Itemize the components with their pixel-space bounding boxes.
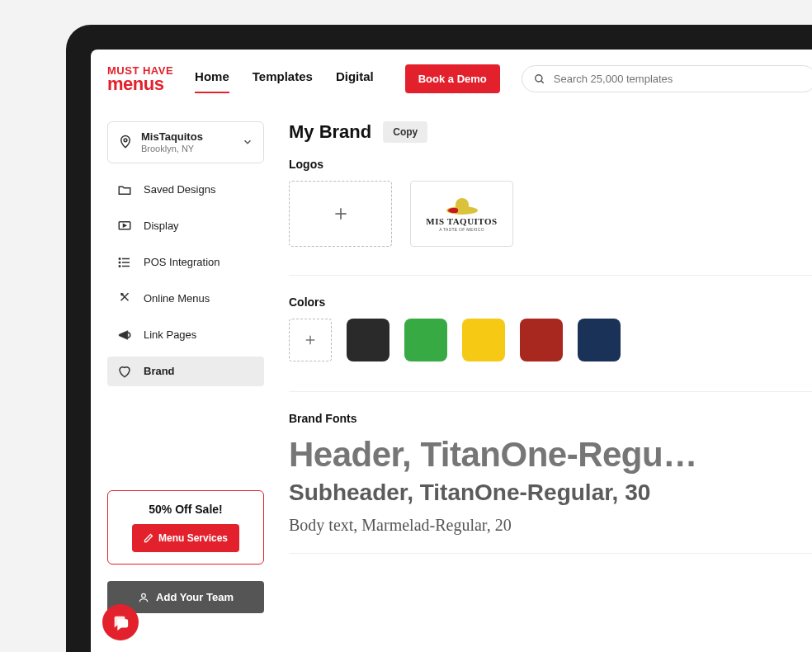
color-swatch-2[interactable] <box>404 319 447 361</box>
logo-thumbnail[interactable]: MIS TAQUITOS A TASTE OF MEXICO <box>410 181 513 247</box>
nav-links: Home Templates Digital <box>195 64 374 93</box>
sidebar-item-saved-designs[interactable]: Saved Designs <box>107 175 264 205</box>
add-logo-button[interactable] <box>289 181 392 247</box>
pencil-icon <box>144 533 153 543</box>
app-logo[interactable]: MUST HAVE menus <box>107 65 173 93</box>
color-swatch-3[interactable] <box>462 319 505 361</box>
logo-line2: menus <box>107 75 173 93</box>
app-screen: MUST HAVE menus Home Templates Digital B… <box>91 50 812 652</box>
device-frame: MUST HAVE menus Home Templates Digital B… <box>66 25 812 652</box>
promo-box: 50% Off Sale! Menu Services <box>107 490 264 565</box>
chat-fab[interactable] <box>102 604 139 640</box>
location-pin-icon <box>118 135 133 149</box>
sidebar-item-link-pages[interactable]: Link Pages <box>107 320 264 350</box>
colors-row <box>289 319 812 361</box>
chat-icon <box>111 613 130 631</box>
plus-icon <box>333 206 349 222</box>
display-icon <box>117 219 132 234</box>
copy-button[interactable]: Copy <box>383 121 427 143</box>
nav-templates[interactable]: Templates <box>253 64 313 93</box>
sidebar: MisTaquitos Brooklyn, NY Saved Designs D… <box>107 121 264 652</box>
menu-services-button[interactable]: Menu Services <box>132 524 239 552</box>
top-nav: MUST HAVE menus Home Templates Digital B… <box>91 50 812 105</box>
sidebar-item-online-menus[interactable]: Online Menus <box>107 284 264 314</box>
sidebar-item-display[interactable]: Display <box>107 211 264 241</box>
sidebar-item-label: Link Pages <box>144 328 196 341</box>
sidebar-item-label: Online Menus <box>144 292 210 305</box>
svg-point-8 <box>119 258 120 260</box>
location-sub: Brooklyn, NY <box>141 144 234 154</box>
logos-row: MIS TAQUITOS A TASTE OF MEXICO <box>289 181 812 247</box>
color-swatch-1[interactable] <box>347 319 389 361</box>
svg-marker-4 <box>124 224 126 227</box>
font-sample-subheader[interactable]: Subheader, TitanOne-Regular, 30 <box>289 480 812 506</box>
svg-point-11 <box>142 593 146 598</box>
svg-point-0 <box>536 74 542 81</box>
font-sample-body[interactable]: Body text, Marmelad-Regular, 20 <box>289 516 812 535</box>
sombrero-icon <box>446 196 478 215</box>
section-fonts-label: Brand Fonts <box>289 412 812 425</box>
svg-point-2 <box>124 139 127 142</box>
sidebar-item-pos-integration[interactable]: POS Integration <box>107 248 264 277</box>
promo-title: 50% Off Sale! <box>120 503 252 516</box>
sidebar-item-brand[interactable]: Brand <box>107 357 264 386</box>
add-color-button[interactable] <box>289 319 332 361</box>
promo-button-label: Menu Services <box>158 532 228 544</box>
plus-icon <box>304 333 317 347</box>
page-title: My Brand <box>289 121 371 143</box>
megaphone-icon <box>117 328 132 343</box>
person-icon <box>138 592 149 603</box>
sidebar-item-label: Display <box>144 220 179 232</box>
section-logos-label: Logos <box>289 158 812 171</box>
location-name: MisTaquitos <box>141 130 234 144</box>
nav-home[interactable]: Home <box>195 64 229 93</box>
svg-point-9 <box>119 262 120 263</box>
font-sample-header[interactable]: Header, TitanOne-Regu… <box>289 435 812 475</box>
search-box[interactable] <box>522 65 812 92</box>
location-selector[interactable]: MisTaquitos Brooklyn, NY <box>107 121 264 163</box>
divider <box>289 553 812 554</box>
color-swatch-4[interactable] <box>520 319 563 361</box>
heart-icon <box>117 364 132 379</box>
divider <box>289 391 812 392</box>
list-icon <box>117 255 132 270</box>
logo-thumb-text: MIS TAQUITOS <box>426 216 497 226</box>
divider <box>289 275 812 276</box>
section-colors-label: Colors <box>289 295 812 309</box>
folder-icon <box>117 182 132 197</box>
main-header: My Brand Copy <box>289 121 812 143</box>
svg-point-10 <box>119 266 120 267</box>
sidebar-item-label: Saved Designs <box>144 183 215 196</box>
svg-line-1 <box>541 80 544 83</box>
main-content: My Brand Copy Logos MIS TAQUITOS A TASTE… <box>289 121 812 652</box>
logo-thumb-sub: A TASTE OF MEXICO <box>439 227 484 232</box>
sidebar-item-label: Brand <box>144 365 175 377</box>
color-swatch-5[interactable] <box>578 319 621 361</box>
app-body: MisTaquitos Brooklyn, NY Saved Designs D… <box>91 105 812 652</box>
nav-digital[interactable]: Digital <box>336 64 374 93</box>
chevron-down-icon <box>242 136 253 148</box>
search-icon <box>534 73 545 85</box>
search-input[interactable] <box>554 73 805 85</box>
add-team-label: Add Your Team <box>156 591 234 603</box>
sidebar-item-label: POS Integration <box>144 256 220 268</box>
utensils-icon <box>117 291 132 306</box>
book-demo-button[interactable]: Book a Demo <box>405 64 500 93</box>
